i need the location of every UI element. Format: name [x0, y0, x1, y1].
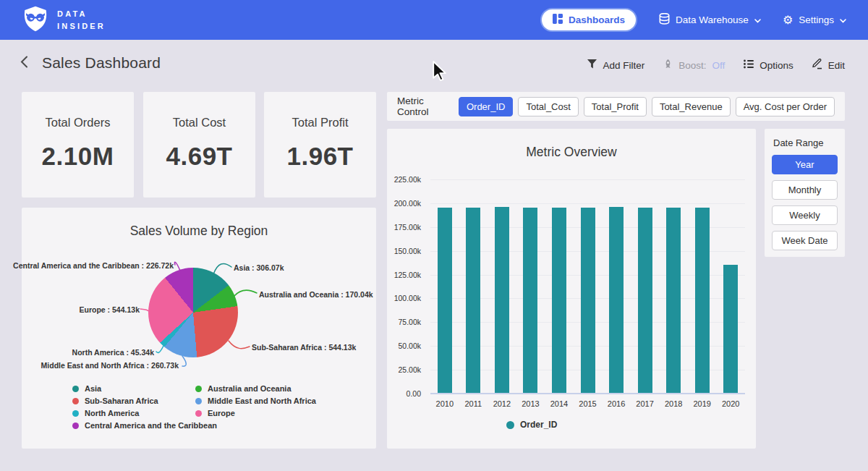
dashboard-header: Sales Dashboard Add Filter Boost: Off [0, 40, 868, 90]
bar-2013[interactable] [516, 179, 545, 394]
kpi-value: 2.10M [22, 142, 134, 171]
bar-2018[interactable] [659, 179, 688, 394]
options-button[interactable]: Options [744, 59, 793, 71]
bar-2015[interactable] [574, 179, 603, 394]
x-tick-label: 2011 [459, 399, 488, 408]
date-option-weekly[interactable]: Weekly [772, 205, 838, 225]
legend-dot [506, 421, 514, 429]
bar-2011[interactable] [459, 179, 488, 394]
pie-chart-title: Sales Volume by Region [22, 224, 376, 239]
x-tick-label: 2020 [716, 399, 745, 408]
chevron-down-icon [754, 14, 761, 25]
y-tick-label: 225.00k [394, 175, 421, 184]
add-filter-button[interactable]: Add Filter [587, 59, 644, 71]
pie-chart[interactable] [148, 268, 238, 357]
chevron-down-icon [840, 14, 846, 25]
bar-plot [430, 179, 745, 394]
y-tick-label: 0.00 [407, 389, 421, 398]
y-tick-label: 75.00k [398, 318, 421, 326]
x-tick-label: 2014 [545, 399, 574, 408]
kpi-value: 4.69T [143, 142, 255, 171]
page-title: Sales Dashboard [42, 54, 161, 72]
owl-icon [22, 4, 49, 36]
gear-icon: ⚙ [783, 14, 793, 26]
boost-status: Off [712, 60, 725, 71]
pie-legend-item-central-america-and-the-caribbean[interactable]: Central America and the Caribbean [72, 421, 217, 430]
metric-option-avg-cost-per-order[interactable]: Avg. Cost per Order [736, 97, 835, 116]
rocket-icon [663, 59, 673, 72]
bar-2020[interactable] [716, 179, 745, 394]
date-range-card: Date Range YearMonthlyWeeklyWeek Date [765, 129, 845, 257]
date-range-options: YearMonthlyWeeklyWeek Date [772, 155, 838, 250]
bar-2019[interactable] [688, 179, 717, 394]
pie-legend-item-middle-east-and-north-africa[interactable]: Middle East and North Africa [195, 396, 316, 405]
boost-toggle[interactable]: Boost: Off [663, 59, 725, 72]
pencil-icon [812, 59, 822, 72]
metric-option-order-id[interactable]: Order_ID [459, 97, 513, 116]
metric-control-label: Metric Control [397, 96, 447, 117]
bar-2017[interactable] [631, 179, 660, 394]
date-option-year[interactable]: Year [772, 155, 838, 174]
bar-bars [430, 179, 745, 394]
bar-legend[interactable]: Order_ID [506, 420, 557, 430]
kpi-value: 1.96T [264, 142, 376, 171]
y-tick-label: 200.00k [394, 199, 421, 208]
bar-2012[interactable] [488, 179, 516, 394]
bar-2014[interactable] [545, 179, 574, 394]
y-tick-label: 25.00k [398, 365, 421, 374]
bar-chart-card: Metric Overview 0.0025.00k50.00k75.00k10… [387, 129, 756, 449]
database-icon [659, 13, 670, 27]
x-tick-label: 2010 [430, 399, 459, 408]
x-tick-label: 2019 [688, 399, 717, 408]
pie-legend-right: Australia and OceaniaMiddle East and Nor… [195, 384, 316, 421]
bar-2010[interactable] [430, 179, 459, 394]
metric-option-total-revenue[interactable]: Total_Revenue [652, 97, 731, 116]
metric-option-total-cost[interactable]: Total_Cost [518, 97, 578, 116]
date-option-week-date[interactable]: Week Date [772, 231, 838, 250]
x-tick-label: 2012 [488, 399, 516, 408]
y-tick-label: 175.00k [394, 223, 421, 232]
pie-label-australia-oceania: Australia and Oceania : 170.04k [259, 290, 373, 299]
date-option-monthly[interactable]: Monthly [772, 180, 838, 200]
y-tick-label: 100.00k [394, 294, 421, 302]
pie-label-sub-saharan-africa: Sub-Saharan Africa : 544.13k [252, 343, 356, 352]
nav-settings[interactable]: ⚙ Settings [783, 14, 846, 26]
dashboard-grid-icon [553, 14, 563, 26]
metric-option-total-profit[interactable]: Total_Profit [584, 97, 647, 116]
y-tick-label: 150.00k [394, 247, 421, 255]
pie-legend-item-australia-and-oceania[interactable]: Australia and Oceania [195, 384, 316, 393]
x-tick-label: 2016 [602, 399, 631, 408]
pie-label-middle-east: Middle East and North Africa : 260.73k [41, 361, 179, 370]
list-icon [744, 59, 754, 71]
x-axis-line [430, 393, 745, 394]
kpi-label: Total Profit [264, 116, 376, 130]
x-tick-label: 2015 [574, 399, 603, 408]
date-range-label: Date Range [773, 137, 838, 148]
metric-control-bar: Metric Control Order_IDTotal_CostTotal_P… [387, 92, 845, 121]
nav-dashboards-button[interactable]: Dashboards [540, 8, 637, 32]
nav-data-warehouse[interactable]: Data Warehouse [659, 13, 761, 27]
pie-label-asia: Asia : 306.07k [234, 263, 284, 272]
x-tick-label: 2018 [659, 399, 688, 408]
kpi-card-total-orders: Total Orders 2.10M [22, 92, 134, 198]
metric-options: Order_IDTotal_CostTotal_ProfitTotal_Reve… [459, 97, 835, 116]
brand-logo[interactable]: DATA INSIDER [22, 4, 106, 36]
bar-ylabels: 0.0025.00k50.00k75.00k100.00k125.00k150.… [387, 129, 425, 449]
bar-2016[interactable] [602, 179, 631, 394]
pie-chart-card: Sales Volume by Region Central America a… [22, 208, 376, 449]
app-window: DATA INSIDER Dashboards [0, 0, 868, 471]
pie-label-north-america: North America : 45.34k [72, 348, 154, 357]
top-navbar: DATA INSIDER Dashboards [0, 0, 868, 40]
edit-button[interactable]: Edit [812, 59, 845, 72]
kpi-label: Total Cost [143, 116, 255, 130]
funnel-icon [587, 59, 597, 71]
bar-xlabels: 2010201120122013201420152016201720182019… [430, 399, 745, 408]
back-button[interactable] [20, 56, 28, 71]
pie-legend-item-europe[interactable]: Europe [195, 409, 316, 417]
pie-label-central-america: Central America and the Caribbean : 226.… [13, 261, 174, 270]
bar-chart-title: Metric Overview [387, 145, 756, 160]
x-tick-label: 2017 [631, 399, 660, 408]
pie-label-europe: Europe : 544.13k [80, 305, 140, 314]
kpi-label: Total Orders [22, 116, 134, 130]
kpi-card-total-cost: Total Cost 4.69T [143, 92, 255, 198]
